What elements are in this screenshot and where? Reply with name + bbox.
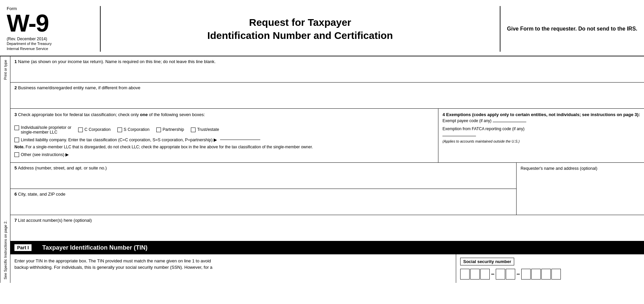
checkbox-partnership-box[interactable] bbox=[156, 128, 161, 132]
checkbox-trust-label: Trust/estate bbox=[197, 127, 219, 132]
part1-right: Social security number – – bbox=[456, 254, 644, 283]
dept-line2: Internal Revenue Service bbox=[7, 46, 93, 51]
ssn-box-label: Social security number bbox=[460, 258, 514, 265]
note-text: Note. For a single-member LLC that is di… bbox=[14, 144, 434, 150]
form-number: W-9 bbox=[7, 11, 93, 35]
line5-label: 5 Address (number, street, and apt. or s… bbox=[14, 165, 512, 170]
header-right: Give Form to the requester. Do not send … bbox=[500, 6, 638, 52]
checkbox-other-box[interactable] bbox=[14, 152, 19, 157]
ssn-cell-9[interactable] bbox=[551, 269, 561, 280]
checkbox-scorp-label: S Corporation bbox=[124, 127, 150, 132]
line5-number: 5 bbox=[14, 165, 17, 170]
line5: 5 Address (number, street, and apt. or s… bbox=[10, 163, 516, 189]
part1-desc-line2: backup withholding. For individuals, thi… bbox=[14, 264, 452, 271]
ssn-cell-4[interactable] bbox=[496, 269, 505, 280]
exempt-payee-text: Exempt payee code (if any) bbox=[442, 118, 491, 123]
checkbox-individual-box[interactable] bbox=[14, 125, 19, 130]
line1-label: 1 Name (as shown on your income tax retu… bbox=[14, 59, 640, 64]
exemptions-panel: 4 Exemptions (codes apply only to certai… bbox=[438, 109, 644, 162]
sidebar-text2: See Specific Instructions on page 2. bbox=[3, 220, 7, 280]
part1-badge-text: Part I bbox=[17, 245, 29, 250]
ssn-cell-8[interactable] bbox=[541, 269, 551, 280]
llc-text: Limited liability company. Enter the tax… bbox=[21, 137, 217, 142]
line7-number: 7 bbox=[14, 218, 17, 223]
line1: 1 Name (as shown on your income tax retu… bbox=[10, 56, 644, 83]
note-bold: Note. bbox=[14, 145, 24, 149]
line7-description: List account number(s) here (optional) bbox=[18, 218, 92, 223]
line3-desc-end: of the following seven boxes: bbox=[148, 112, 205, 117]
line2-label: 2 Business name/disregarded entity name,… bbox=[14, 85, 640, 90]
fatca-line-row bbox=[442, 133, 640, 137]
form-dept: Department of the Treasury Internal Reve… bbox=[7, 41, 93, 52]
checkbox-ccorp-box[interactable] bbox=[78, 128, 83, 132]
line6-label: 6 City, state, and ZIP code bbox=[14, 192, 512, 197]
fatca-text: Exemption from FATCA reporting code (if … bbox=[442, 126, 525, 131]
header-center: Request for Taxpayer Identification Numb… bbox=[101, 6, 500, 52]
ssn-segment-1 bbox=[460, 269, 490, 280]
line6-number: 6 bbox=[14, 192, 17, 197]
ssn-dash-1: – bbox=[491, 270, 494, 277]
ssn-dash-2: – bbox=[517, 270, 520, 277]
line5-6-container: 5 Address (number, street, and apt. or s… bbox=[10, 163, 644, 215]
part1-desc-line1: Enter your TIN in the appropriate box. T… bbox=[14, 258, 452, 264]
fatca-label: Exemption from FATCA reporting code (if … bbox=[442, 126, 640, 131]
line3-desc-start: Check appropriate box for federal tax cl… bbox=[18, 112, 140, 117]
requester-panel: Requester's name and address (optional) bbox=[517, 163, 644, 215]
line3-container: 3 Check appropriate box for federal tax … bbox=[10, 109, 644, 163]
line7-label: 7 List account number(s) here (optional) bbox=[14, 218, 640, 223]
sidebar: See Specific Instructions on page 2. Pri… bbox=[0, 56, 10, 283]
note-content: For a single-member LLC that is disregar… bbox=[25, 145, 313, 149]
checkbox-individual-label: Individual/sole proprietor orsingle-memb… bbox=[21, 125, 71, 135]
checkbox-trust-box[interactable] bbox=[191, 128, 196, 132]
line6-description: City, state, and ZIP code bbox=[18, 192, 65, 197]
ssn-cell-2[interactable] bbox=[470, 269, 480, 280]
llc-row: Limited liability company. Enter the tax… bbox=[14, 137, 434, 142]
ssn-segment-2 bbox=[496, 269, 515, 280]
fatca-line[interactable] bbox=[442, 136, 476, 136]
checkbox-partnership: Partnership bbox=[156, 127, 184, 132]
checkbox-trust: Trust/estate bbox=[191, 127, 219, 132]
checkbox-ccorp: C Corporation bbox=[78, 127, 111, 132]
sidebar-text1: Print or type bbox=[3, 60, 7, 80]
line3-left: 3 Check appropriate box for federal tax … bbox=[10, 109, 438, 162]
header-title: Request for Taxpayer Identification Numb… bbox=[207, 16, 393, 42]
other-row: Other (see instructions) ▶ bbox=[14, 152, 434, 157]
form-header: Form W-9 (Rev. December 2014) Department… bbox=[0, 0, 644, 56]
line6: 6 City, state, and ZIP code bbox=[10, 189, 516, 215]
title-line2: Identification Number and Certification bbox=[207, 29, 393, 42]
llc-line[interactable] bbox=[220, 140, 260, 140]
exempt-payee-label: Exempt payee code (if any) bbox=[442, 118, 640, 123]
line2-description: Business name/disregarded entity name, i… bbox=[18, 85, 141, 90]
line2-number: 2 bbox=[14, 85, 17, 90]
line1-number: 1 bbox=[14, 59, 17, 64]
ssn-cell-7[interactable] bbox=[531, 269, 541, 280]
line2: 2 Business name/disregarded entity name,… bbox=[10, 83, 644, 109]
part1-description: Enter your TIN in the appropriate box. T… bbox=[10, 254, 456, 283]
ssn-cell-5[interactable] bbox=[506, 269, 515, 280]
exempt-payee-line[interactable] bbox=[493, 122, 526, 122]
part1-badge: Part I bbox=[14, 244, 32, 251]
header-left: Form W-9 (Rev. December 2014) Department… bbox=[7, 6, 101, 52]
ssn-inputs: – – bbox=[460, 269, 640, 280]
requester-label: Requester's name and address (optional) bbox=[521, 166, 597, 171]
form-main: 1 Name (as shown on your income tax retu… bbox=[10, 56, 644, 283]
checkbox-ccorp-label: C Corporation bbox=[85, 127, 111, 132]
checkbox-llc-box[interactable] bbox=[14, 138, 19, 142]
form-rev: (Rev. December 2014) bbox=[7, 37, 93, 41]
ssn-cell-3[interactable] bbox=[480, 269, 490, 280]
ssn-cell-1[interactable] bbox=[460, 269, 470, 280]
dept-line1: Department of the Treasury bbox=[7, 41, 93, 46]
checkbox-scorp-box[interactable] bbox=[117, 128, 122, 132]
form-container: Form W-9 (Rev. December 2014) Department… bbox=[0, 0, 644, 283]
ssn-segment-3 bbox=[521, 269, 561, 280]
header-instruction: Give Form to the requester. Do not send … bbox=[507, 25, 638, 33]
line3-header: 3 Check appropriate box for federal tax … bbox=[14, 112, 434, 117]
checkbox-partnership-label: Partnership bbox=[163, 127, 184, 132]
line5-6-left: 5 Address (number, street, and apt. or s… bbox=[10, 163, 517, 215]
title-line1: Request for Taxpayer bbox=[207, 16, 393, 29]
line7: 7 List account number(s) here (optional) bbox=[10, 215, 644, 242]
line5-description: Address (number, street, and apt. or sui… bbox=[18, 165, 107, 170]
line1-description: Name (as shown on your income tax return… bbox=[18, 59, 216, 64]
exemptions-title-text: Exemptions (codes apply only to certain … bbox=[446, 112, 640, 117]
ssn-cell-6[interactable] bbox=[521, 269, 531, 280]
